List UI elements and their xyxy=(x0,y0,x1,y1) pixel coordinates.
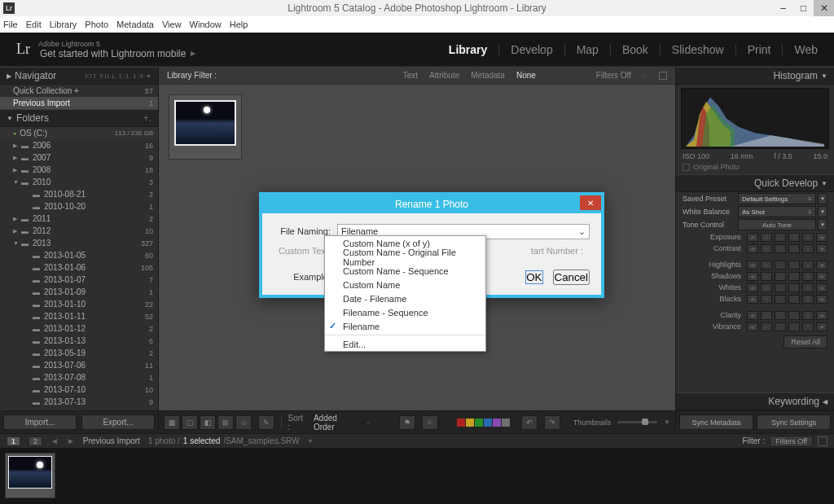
keywording-header[interactable]: Keywording ◀ xyxy=(676,392,834,410)
adjust-button[interactable]: ‹ xyxy=(761,233,772,242)
expand-icon[interactable]: ▶ xyxy=(13,155,21,161)
adjust-button[interactable]: ‹ xyxy=(761,311,772,320)
folder-row[interactable]: ▬2013-01-091 xyxy=(0,286,158,298)
dialog-title-bar[interactable]: Rename 1 Photo ✕ xyxy=(262,195,601,213)
catalog-quick-collection[interactable]: Quick Collection + 57 xyxy=(0,85,158,97)
people-view-button[interactable]: ☺ xyxy=(235,415,252,430)
adjust-button[interactable]: › xyxy=(802,283,814,292)
adjust-button[interactable] xyxy=(788,295,800,304)
menu-metadata[interactable]: Metadata xyxy=(116,20,154,29)
original-photo-checkbox[interactable]: Original Photo xyxy=(676,163,834,174)
adjust-button[interactable] xyxy=(775,244,786,253)
adjust-button[interactable]: › xyxy=(802,322,814,331)
adjust-button[interactable] xyxy=(775,233,786,242)
adjust-button[interactable] xyxy=(775,272,786,281)
lock-icon[interactable] xyxy=(659,72,667,80)
folder-row[interactable]: ▬2013-07-139 xyxy=(0,396,158,408)
adjust-button[interactable] xyxy=(788,272,800,281)
maximize-button[interactable]: □ xyxy=(793,0,814,16)
folder-row[interactable]: ▶▬200616 xyxy=(0,139,158,151)
folder-row[interactable]: ▬2013-01-077 xyxy=(0,274,158,286)
sync-metadata-button[interactable]: Sync Metadata xyxy=(679,414,753,430)
adjust-button[interactable]: › xyxy=(802,244,814,253)
flag-pick-button[interactable]: ⚑ xyxy=(399,415,415,430)
folder-row[interactable]: ▼▬20103 xyxy=(0,176,158,188)
histogram[interactable] xyxy=(681,88,829,149)
auto-tone-button[interactable]: Auto Tone xyxy=(738,219,816,230)
dropdown-option[interactable]: Filename - Sequence xyxy=(325,305,485,319)
adjust-button[interactable]: ≪ xyxy=(747,295,758,304)
expand-icon[interactable]: ▶ xyxy=(13,228,21,234)
screen-2-button[interactable]: 2 xyxy=(29,436,42,446)
folder-row[interactable]: ▬2013-01-06105 xyxy=(0,261,158,274)
adjust-button[interactable] xyxy=(788,322,800,331)
adjust-button[interactable]: ‹ xyxy=(761,283,772,292)
expand-icon[interactable]: ▶ xyxy=(13,142,21,149)
saved-preset-select[interactable]: Default Settings xyxy=(738,193,816,204)
filter-metadata[interactable]: Metadata xyxy=(471,71,505,80)
chevron-down-icon[interactable]: ▼ xyxy=(818,219,827,230)
module-book[interactable]: Book xyxy=(622,43,648,56)
adjust-button[interactable]: ‹ xyxy=(761,261,772,270)
catalog-previous-import[interactable]: Previous Import 1 xyxy=(0,97,158,109)
adjust-button[interactable]: › xyxy=(802,295,814,304)
adjust-button[interactable]: › xyxy=(802,311,814,320)
dropdown-option[interactable]: Date - Filename xyxy=(325,291,485,305)
ok-button[interactable]: OK xyxy=(525,270,542,284)
module-library[interactable]: Library xyxy=(449,43,487,56)
dropdown-option[interactable]: Filename xyxy=(325,319,485,333)
module-develop[interactable]: Develop xyxy=(511,43,552,56)
sync-settings-button[interactable]: Sync Settings xyxy=(757,414,831,430)
adjust-button[interactable]: ≫ xyxy=(816,233,827,242)
adjust-button[interactable]: ≪ xyxy=(747,272,758,281)
adjust-button[interactable]: › xyxy=(802,261,814,270)
adjust-button[interactable] xyxy=(775,295,786,304)
adjust-button[interactable]: › xyxy=(802,233,814,242)
filter-attribute[interactable]: Attribute xyxy=(429,71,459,80)
color-green[interactable] xyxy=(475,419,483,427)
adjust-button[interactable]: ≫ xyxy=(816,261,827,270)
import-button[interactable]: Import... xyxy=(3,414,77,430)
adjust-button[interactable]: ≫ xyxy=(816,295,827,304)
survey-view-button[interactable]: ⊞ xyxy=(217,415,234,430)
chevron-down-icon[interactable]: ▼ xyxy=(818,206,827,217)
chevron-down-icon[interactable]: ⌄ xyxy=(366,419,371,426)
chevron-down-icon[interactable]: ▼ xyxy=(308,438,314,444)
adjust-button[interactable]: ≫ xyxy=(816,311,827,320)
compare-view-button[interactable]: ◧ xyxy=(200,415,216,430)
screen-1-button[interactable]: 1 xyxy=(7,436,20,446)
dropdown-option[interactable]: Custom Name - Sequence xyxy=(325,264,485,278)
rotate-cw-button[interactable]: ↷ xyxy=(544,415,560,430)
adjust-button[interactable] xyxy=(788,283,800,292)
minimize-button[interactable]: – xyxy=(773,0,793,16)
adjust-button[interactable]: ≪ xyxy=(747,244,758,253)
thumbnail-size-slider[interactable] xyxy=(617,421,657,423)
menu-view[interactable]: View xyxy=(162,20,182,29)
adjust-button[interactable] xyxy=(788,244,800,253)
folder-row[interactable]: ▶▬20112 xyxy=(0,213,158,225)
folder-row[interactable]: ▶▬200818 xyxy=(0,164,158,176)
chevron-down-icon[interactable]: ▼ xyxy=(818,193,827,204)
adjust-button[interactable] xyxy=(775,283,786,292)
adjust-button[interactable]: ≫ xyxy=(816,244,827,253)
close-window-button[interactable]: ✕ xyxy=(814,0,834,16)
adjust-button[interactable]: ‹ xyxy=(761,272,772,281)
loupe-view-button[interactable]: ▢ xyxy=(182,415,198,430)
adjust-button[interactable] xyxy=(775,311,786,320)
histogram-header[interactable]: Histogram ▼ xyxy=(676,67,834,85)
chevron-down-icon[interactable]: ▼ xyxy=(146,73,151,79)
adjust-button[interactable]: ‹ xyxy=(761,295,772,304)
adjust-button[interactable] xyxy=(788,311,800,320)
dialog-close-button[interactable]: ✕ xyxy=(580,195,601,210)
chevron-down-icon[interactable]: ⌄ xyxy=(643,72,647,79)
folders-header[interactable]: ▼ Folders +. xyxy=(0,109,158,127)
filter-none[interactable]: None xyxy=(516,71,536,80)
adjust-button[interactable]: ‹ xyxy=(761,322,772,331)
folder-row[interactable]: ▬2013-01-0560 xyxy=(0,249,158,261)
quick-develop-header[interactable]: Quick Develop ▼ xyxy=(676,174,834,192)
folder-row[interactable]: ▬2013-01-1152 xyxy=(0,310,158,322)
flag-reject-button[interactable]: ⚐ xyxy=(422,415,438,430)
dropdown-option[interactable]: Custom Name xyxy=(325,278,485,291)
source-label[interactable]: Previous Import xyxy=(83,436,140,445)
adjust-button[interactable] xyxy=(788,233,800,242)
